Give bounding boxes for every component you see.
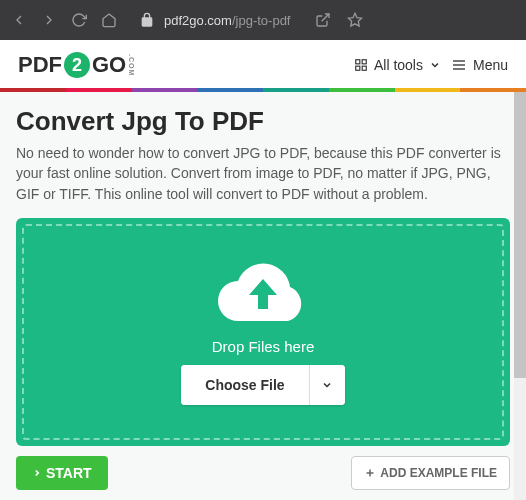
svg-rect-4 (362, 66, 366, 70)
grid-icon (354, 58, 368, 72)
chevron-down-icon (321, 379, 333, 391)
all-tools-label: All tools (374, 57, 423, 73)
drop-text: Drop Files here (212, 338, 315, 355)
action-bar: START ADD EXAMPLE FILE (16, 456, 510, 490)
example-label: ADD EXAMPLE FILE (380, 466, 497, 480)
add-example-button[interactable]: ADD EXAMPLE FILE (351, 456, 510, 490)
plus-icon (364, 467, 376, 479)
choose-file-group: Choose File (181, 365, 344, 405)
scrollbar-thumb[interactable] (514, 92, 526, 378)
main-menu[interactable]: Menu (451, 57, 508, 73)
star-icon[interactable] (346, 11, 364, 29)
main-content: Convert Jpg To PDF No need to wonder how… (0, 92, 526, 500)
menu-label: Menu (473, 57, 508, 73)
open-in-new-icon[interactable] (314, 11, 332, 29)
lock-icon (138, 11, 156, 29)
page: PDF 2 GO .COM All tools Menu Convert Jpg… (0, 40, 526, 500)
back-icon[interactable] (10, 11, 28, 29)
dropzone-inner: Drop Files here Choose File (22, 224, 504, 440)
start-button[interactable]: START (16, 456, 108, 490)
logo-text-1: PDF (18, 52, 62, 78)
logo[interactable]: PDF 2 GO .COM (18, 52, 135, 78)
file-dropzone[interactable]: Drop Files here Choose File (16, 218, 510, 446)
address-bar[interactable]: pdf2go.com/jpg-to-pdf (138, 11, 290, 29)
chevron-right-icon (32, 467, 42, 479)
svg-rect-3 (356, 66, 360, 70)
choose-file-dropdown[interactable] (309, 365, 345, 405)
svg-rect-2 (362, 60, 366, 64)
browser-toolbar: pdf2go.com/jpg-to-pdf (0, 0, 526, 40)
scrollbar[interactable] (514, 92, 526, 500)
page-subtitle: No need to wonder how to convert JPG to … (16, 143, 510, 204)
page-title: Convert Jpg To PDF (16, 106, 510, 137)
chevron-down-icon (429, 59, 441, 71)
svg-rect-1 (356, 60, 360, 64)
logo-suffix: .COM (128, 54, 135, 76)
forward-icon[interactable] (40, 11, 58, 29)
svg-marker-0 (349, 13, 362, 26)
url-host: pdf2go.com/jpg-to-pdf (164, 13, 290, 28)
reload-icon[interactable] (70, 11, 88, 29)
upload-cloud-icon (218, 259, 308, 328)
start-label: START (46, 465, 92, 481)
all-tools-menu[interactable]: All tools (354, 57, 441, 73)
site-header: PDF 2 GO .COM All tools Menu (0, 40, 526, 88)
hamburger-icon (451, 57, 467, 73)
choose-file-button[interactable]: Choose File (181, 365, 308, 405)
logo-badge: 2 (64, 52, 90, 78)
logo-text-2: GO (92, 52, 126, 78)
home-icon[interactable] (100, 11, 118, 29)
